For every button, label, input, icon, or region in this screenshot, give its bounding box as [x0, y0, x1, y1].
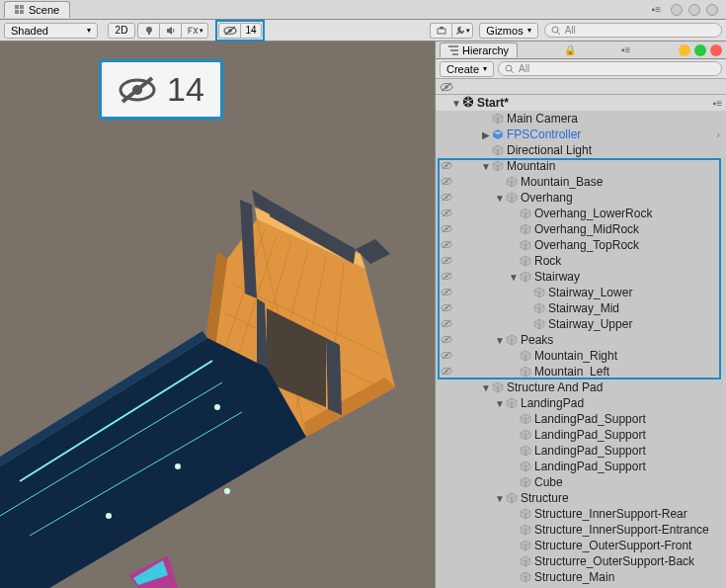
tree-row[interactable]: LandingPad_Support [436, 427, 726, 443]
chevron-right-icon[interactable]: › [716, 128, 726, 140]
maximize-button[interactable] [694, 44, 706, 56]
scene-tab[interactable]: Scene [4, 1, 70, 18]
gameobject-icon [491, 159, 505, 173]
hierarchy-tree[interactable]: ▼ Start* ▪≡ Main Camera▶FPSController›Di… [436, 95, 726, 588]
context-menu-icon[interactable]: ▪≡ [621, 44, 634, 55]
context-menu-icon[interactable]: ▪≡ [713, 98, 726, 109]
tree-row[interactable]: Cube [436, 474, 726, 490]
scene-root-row[interactable]: ▼ Start* ▪≡ [436, 95, 726, 111]
tree-row[interactable]: Structure_OuterSupport-Front [436, 538, 726, 553]
visibility-toggle[interactable] [440, 161, 453, 172]
scene-viewport[interactable] [0, 42, 435, 588]
visibility-toggle[interactable] [440, 288, 453, 298]
shading-dropdown[interactable]: Shaded ▾ [4, 23, 98, 39]
item-label: LandingPad [519, 396, 584, 410]
tree-row[interactable]: Rock [436, 253, 726, 269]
expand-arrow[interactable]: ▶ [481, 129, 491, 140]
visibility-toggle[interactable] [440, 319, 453, 330]
hierarchy-toolbar: Create ▾ All [436, 59, 726, 79]
tree-row[interactable]: ▼Peaks [436, 332, 726, 348]
visibility-toggle[interactable] [218, 23, 240, 39]
window-controls: ▪≡ [652, 4, 722, 16]
tree-row[interactable]: LandingPad_Support [436, 459, 726, 474]
h-search-placeholder: All [519, 63, 529, 74]
tree-row[interactable]: Structure_InnerSupport-Entrance [436, 522, 726, 538]
tree-row[interactable]: ▼Stairway [436, 269, 726, 285]
tree-row[interactable]: LandingPad_Support [436, 443, 726, 459]
expand-arrow[interactable]: ▼ [495, 193, 505, 204]
tree-row[interactable]: Main Camera [436, 111, 726, 126]
minimize-dot[interactable] [671, 4, 683, 16]
grid-toggle[interactable] [430, 23, 451, 39]
tree-row[interactable]: Mountain_Base [436, 174, 726, 190]
fx-icon [187, 26, 199, 36]
expand-arrow[interactable]: ▼ [495, 335, 505, 346]
close-button[interactable] [710, 44, 722, 56]
tree-row[interactable]: Stairway_Upper [436, 316, 726, 332]
tree-row[interactable]: Overhang_MidRock [436, 221, 726, 237]
item-label: Main Camera [505, 112, 578, 126]
tree-row[interactable]: ▼Overhang [436, 190, 726, 206]
tree-row[interactable]: Structurre_OuterSupport-Back [436, 553, 726, 569]
tree-row[interactable]: Overhang_TopRock [436, 237, 726, 253]
visibility-toggle[interactable] [440, 367, 453, 378]
close-dot[interactable] [706, 4, 718, 16]
item-label: Mountain [505, 159, 555, 173]
tree-row[interactable]: ▼Mountain [436, 158, 726, 174]
tree-row[interactable]: Stairway_Mid [436, 300, 726, 316]
gizmos-dropdown[interactable]: Gizmos ▾ [479, 23, 537, 39]
hierarchy-tab[interactable]: Hierarchy [440, 42, 518, 57]
tree-row[interactable]: Structure_InnerSupport-Rear [436, 506, 726, 522]
visibility-toggle[interactable] [440, 303, 453, 314]
tree-row[interactable]: ▼Structure [436, 490, 726, 506]
expand-arrow[interactable]: ▼ [451, 98, 461, 109]
context-menu-icon[interactable]: ▪≡ [652, 4, 665, 16]
hidden-count[interactable]: 14 [240, 23, 262, 39]
expand-arrow[interactable]: ▼ [481, 382, 491, 393]
expand-arrow[interactable]: ▼ [495, 398, 505, 409]
hierarchy-search[interactable]: All [498, 61, 722, 76]
tree-row[interactable]: Stairway_Lower [436, 285, 726, 300]
tree-row[interactable]: LandingPad_Support [436, 411, 726, 427]
lock-icon[interactable]: 🔒 [562, 44, 578, 55]
expand-arrow[interactable]: ▼ [495, 493, 505, 504]
tree-row[interactable]: ▶FPSController› [436, 126, 726, 142]
svg-point-27 [106, 513, 112, 519]
tree-row[interactable]: ▼Structure And Pad [436, 379, 726, 395]
tree-row[interactable]: Structure_Main [436, 569, 726, 585]
visibility-toggle[interactable] [440, 272, 453, 283]
tree-row[interactable]: Directional Light [436, 142, 726, 158]
scene-search[interactable]: All [544, 23, 722, 38]
visibility-toggle[interactable] [440, 240, 453, 251]
maximize-dot[interactable] [688, 4, 700, 16]
audio-toggle[interactable] [159, 23, 181, 39]
item-label: Overhang_LowerRock [532, 207, 652, 220]
visibility-toggle[interactable] [440, 177, 453, 188]
visibility-toggle[interactable] [440, 193, 453, 204]
svg-rect-33 [452, 53, 458, 55]
tool-toggle[interactable]: ▾ [451, 23, 473, 39]
create-dropdown[interactable]: Create ▾ [440, 61, 494, 77]
item-label: Structure_InnerSupport-Rear [532, 507, 687, 521]
minimize-button[interactable] [679, 44, 690, 56]
gameobject-icon [519, 554, 532, 568]
visibility-toggle[interactable] [440, 256, 453, 267]
eye-slash-icon[interactable] [440, 82, 453, 92]
tree-row[interactable]: Overhang_LowerRock [436, 206, 726, 221]
expand-arrow[interactable]: ▼ [481, 161, 491, 172]
gameobject-icon [491, 127, 505, 141]
item-label: Directional Light [505, 143, 592, 157]
gameobject-icon [505, 491, 519, 505]
lighting-toggle[interactable] [137, 23, 159, 39]
visibility-toggle[interactable] [440, 351, 453, 362]
tree-row[interactable]: Mountain_Right [436, 348, 726, 364]
expand-arrow[interactable]: ▼ [509, 272, 519, 283]
visibility-toggle[interactable] [440, 224, 453, 235]
2d-toggle[interactable]: 2D [108, 23, 135, 39]
visibility-toggle[interactable] [440, 209, 453, 219]
tree-row[interactable]: ▼LandingPad [436, 395, 726, 411]
fx-toggle[interactable]: ▾ [181, 23, 208, 39]
visibility-column-header [436, 79, 726, 95]
visibility-toggle[interactable] [440, 335, 453, 346]
tree-row[interactable]: Mountain_Left [436, 364, 726, 379]
